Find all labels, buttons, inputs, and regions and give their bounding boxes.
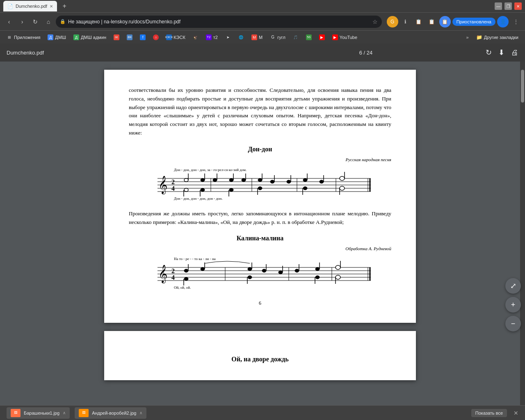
song-1-subtitle: Русская народная песня <box>129 157 391 162</box>
paragraph-1: соответствовали бы их уровню развития и … <box>129 86 391 137</box>
bookmark-dmsh-admin[interactable]: Д ДМШ админ <box>70 33 110 41</box>
show-all-downloads-button[interactable]: Показать все <box>471 409 507 417</box>
bookmark-google-label: гугл <box>277 35 285 40</box>
svg-point-39 <box>303 187 307 190</box>
bookmark-f[interactable]: f <box>137 33 149 41</box>
bookmark-5b[interactable]: 5б <box>303 33 315 41</box>
svg-point-25 <box>303 178 307 182</box>
svg-point-15 <box>229 178 233 182</box>
bookmark-youtube-label: YouTube <box>340 35 357 40</box>
bookmark-star-icon[interactable]: ☆ <box>372 18 378 25</box>
music-icon: 🎵 <box>293 34 299 40</box>
extension-button-1[interactable]: G <box>387 16 398 27</box>
fb-icon: f <box>140 34 146 40</box>
extension-button-4[interactable]: 📋 <box>426 16 438 27</box>
mail-icon: ✉ <box>114 34 119 40</box>
bookmark-dmsh[interactable]: Д ДМШ <box>44 33 69 41</box>
home-button[interactable]: ⌂ <box>43 16 54 27</box>
pdf-reload-button[interactable]: ↻ <box>486 48 492 57</box>
active-tab[interactable]: 📄 Dumchenko.pdf ✕ <box>3 1 57 11</box>
svg-text:Дон -   дон,   дон -  дон,   д: Дон - дон, дон - дон, дон - дон. <box>174 196 223 201</box>
download-thumb-2: 🖼 <box>79 409 89 417</box>
gmail-icon: M <box>251 34 257 40</box>
pdf-page-counter[interactable]: 6 / 24 <box>246 50 486 56</box>
bookmark-eagle[interactable]: 🦅 <box>189 33 202 41</box>
bookmark-music[interactable]: 🎵 <box>290 33 302 41</box>
svg-point-81 <box>336 275 340 279</box>
svg-point-37 <box>258 187 262 190</box>
zoom-in-button[interactable]: + <box>505 297 521 313</box>
close-download-bar-button[interactable]: ✕ <box>514 410 518 416</box>
download-chevron-1[interactable]: ∧ <box>63 411 66 415</box>
svg-point-11 <box>201 178 205 182</box>
paragraph-2: Произведения же должны иметь простую, ле… <box>129 210 391 227</box>
bookmark-google[interactable]: G гугл <box>267 33 289 41</box>
svg-text:4: 4 <box>171 185 175 192</box>
other-bookmarks-folder[interactable]: 📁 Другие закладки <box>473 33 522 41</box>
bookmark-vk[interactable]: ВК <box>123 33 136 41</box>
svg-point-71 <box>315 267 320 271</box>
menu-button[interactable]: ⋮ <box>510 16 522 27</box>
scroll-thumb[interactable] <box>521 70 524 103</box>
bookmark-arrow[interactable]: ➤ <box>222 33 234 41</box>
forward-button[interactable]: › <box>16 16 28 27</box>
tab-close-button[interactable]: ✕ <box>50 4 53 9</box>
new-tab-button[interactable]: + <box>59 1 69 11</box>
zoom-out-button[interactable]: − <box>505 316 521 331</box>
bookmark-kesk[interactable]: КЭСК КЭСК <box>163 33 189 41</box>
pdf-viewer[interactable]: соответствовали бы их уровню развития и … <box>0 62 520 405</box>
pdf-download-button[interactable]: ⬇ <box>498 48 504 57</box>
bookmark-gmail[interactable]: M M <box>248 33 266 41</box>
svg-point-77 <box>248 276 252 279</box>
bookmark-gmail-label: M <box>259 35 262 40</box>
tab-label: Dumchenko.pdf <box>16 4 47 9</box>
main-content-area: соответствовали бы их уровню развития и … <box>0 62 525 405</box>
back-button[interactable]: ‹ <box>3 16 15 27</box>
extension-button-5[interactable]: 📋 <box>439 16 451 27</box>
download-item-2[interactable]: 🖼 Андрей-воробей2.jpg ∧ <box>75 407 146 419</box>
vk-icon: ВК <box>127 34 132 40</box>
paused-button[interactable]: Приостановлена <box>452 18 495 26</box>
minimize-button[interactable]: — <box>495 2 502 10</box>
globe-icon: 🌐 <box>238 34 244 40</box>
folder-icon: 📁 <box>476 34 482 40</box>
profile-icon[interactable]: 👤 <box>497 16 509 27</box>
reload-button[interactable]: ↻ <box>30 16 41 27</box>
bookmark-yt-icon[interactable]: ▶ <box>316 33 328 41</box>
download-chevron-2[interactable]: ∧ <box>139 411 142 415</box>
song-2-title: Калина-малина <box>129 235 391 242</box>
bookmark-t2-label: т2 <box>213 35 218 40</box>
extension-button-2[interactable]: ℹ <box>400 16 411 27</box>
tabs-container: 📄 Dumchenko.pdf ✕ + <box>3 1 69 11</box>
address-bar[interactable]: 🔒 Не защищено | na-lenskoy.ru/docs/Dumch… <box>56 16 382 28</box>
bookmark-youtube[interactable]: ▶ YouTube <box>329 33 361 41</box>
bookmark-t2[interactable]: Т2 т2 <box>203 33 221 41</box>
t2-icon: Т2 <box>206 34 212 40</box>
song-2-subtitle: Обработка А. Рудневой <box>129 246 391 251</box>
svg-text:2: 2 <box>171 267 175 274</box>
bookmark-globe[interactable]: 🌐 <box>235 33 247 41</box>
download-thumb-1: 🖼 <box>11 409 21 417</box>
svg-point-59 <box>184 269 188 272</box>
svg-point-29 <box>340 176 345 180</box>
bookmark-apps[interactable]: ⊞ Приложения <box>3 33 43 41</box>
extension-button-3[interactable]: 📋 <box>413 16 425 27</box>
5b-icon: 5б <box>306 34 312 40</box>
maximize-button[interactable]: ❐ <box>504 2 512 10</box>
song-1-title: Дон-дон <box>129 146 391 153</box>
svg-text:2: 2 <box>171 178 175 185</box>
svg-point-31 <box>184 188 188 192</box>
download-item-1[interactable]: 🖼 Барашеньки1.jpg ∧ <box>7 407 70 419</box>
svg-point-61 <box>201 267 205 271</box>
bookmark-circle[interactable]: ○ <box>150 33 162 41</box>
zoom-controls: ⤢ + − <box>505 278 521 331</box>
fit-page-button[interactable]: ⤢ <box>505 278 521 294</box>
pdf-print-button[interactable]: 🖨 <box>511 48 518 57</box>
svg-point-65 <box>262 269 266 272</box>
pdf-toolbar: Dumchenko.pdf 6 / 24 ↻ ⬇ 🖨 <box>0 43 525 62</box>
bookmark-mail[interactable]: ✉ <box>110 33 123 41</box>
more-bookmarks-button[interactable]: » <box>463 34 472 41</box>
vertical-scrollbar[interactable] <box>520 62 525 405</box>
svg-text:𝄞: 𝄞 <box>158 265 167 284</box>
close-button[interactable]: ✕ <box>514 2 522 10</box>
